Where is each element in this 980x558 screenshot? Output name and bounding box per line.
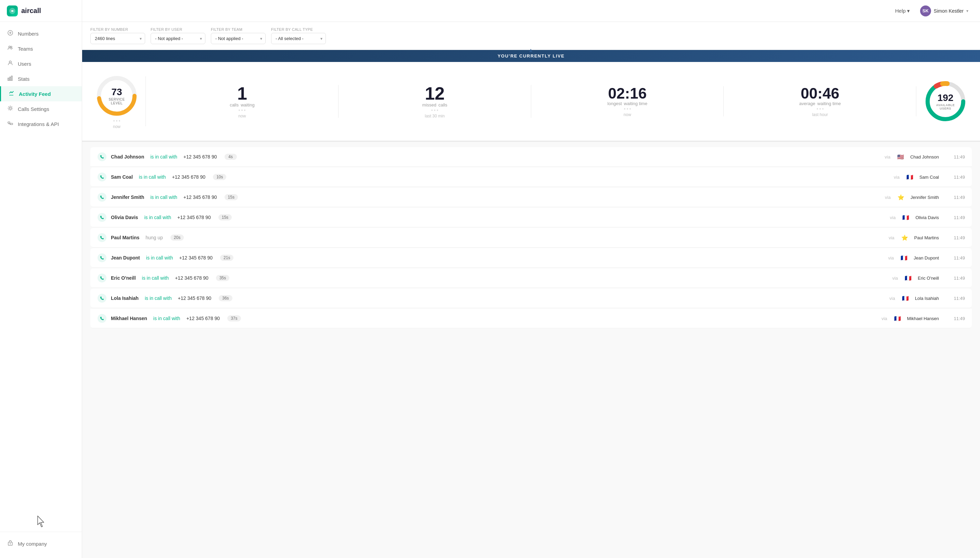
- service-level-center: 73 SERVICE LEVEL: [106, 87, 128, 105]
- missed-calls-dots: [431, 110, 438, 111]
- users-label: Users: [18, 61, 31, 67]
- filter-user-label: Filter by user: [151, 27, 205, 31]
- filter-number-label: Filter by number: [90, 27, 145, 31]
- activity-duration: 10s: [213, 174, 226, 180]
- stat-missed-calls: 12 missed calls last 30 min: [339, 81, 531, 122]
- agent-name: Jennifer Smith: [911, 195, 939, 200]
- live-banner-text: YOU'RE CURRENTLY LIVE: [498, 53, 565, 59]
- activity-duration: 37s: [227, 315, 241, 322]
- sidebar-nav: Numbers Teams Users Stats Activity Feed: [0, 22, 82, 511]
- stat-longest-wait: 02:16 longest waiting time now: [531, 82, 724, 120]
- stat-service-level: 73 SERVICE LEVEL now: [88, 70, 146, 133]
- activity-time: 11:49: [951, 175, 965, 180]
- missed-calls-time: last 30 min: [425, 114, 445, 118]
- activity-name: Chad Johnson: [111, 154, 144, 159]
- missed-calls-value: 12: [425, 85, 445, 102]
- activity-time: 11:49: [951, 296, 965, 301]
- filter-team-wrapper: - Not applied -: [211, 33, 265, 44]
- content-area: Filter by number 2460 lines Filter by us…: [82, 22, 980, 558]
- sidebar-item-users[interactable]: Users: [0, 56, 82, 71]
- flag-icon: 🇫🇷: [901, 255, 908, 261]
- user-name: Simon Kestler: [934, 8, 964, 14]
- missed-calls-label2: calls: [439, 102, 447, 107]
- activity-via: via: [885, 154, 891, 159]
- activity-row: Olivia Davis is in call with +12 345 678…: [90, 208, 972, 227]
- calls-settings-icon: [7, 105, 14, 112]
- activity-time: 11:49: [951, 235, 965, 240]
- flag-icon: 🇫🇷: [894, 315, 901, 322]
- longest-wait-label1: longest: [608, 101, 622, 106]
- activity-via: via: [889, 296, 895, 301]
- live-banner: YOU'RE CURRENTLY LIVE: [82, 50, 980, 62]
- call-icon: [97, 213, 107, 222]
- activity-row: Mikhael Hansen is in call with +12 345 6…: [90, 309, 972, 328]
- sidebar-item-teams[interactable]: Teams: [0, 41, 82, 56]
- activity-number: +12 345 678 90: [184, 194, 217, 200]
- user-menu[interactable]: SK Simon Kestler ▾: [917, 3, 972, 18]
- my-company-icon: [7, 540, 14, 547]
- activity-duration: 20s: [170, 235, 184, 241]
- filter-number: Filter by number 2460 lines: [90, 27, 145, 44]
- sidebar-item-my-company[interactable]: My company: [0, 536, 82, 551]
- stat-calls-waiting: 1 calls waiting now: [146, 81, 339, 122]
- agent-name: Jean Dupont: [914, 255, 939, 261]
- activity-via: via: [885, 195, 891, 200]
- agent-name: Chad Johnson: [910, 154, 939, 159]
- flag-icon: ⭐: [901, 235, 908, 241]
- activity-number: +12 345 678 90: [179, 255, 213, 261]
- activity-number: +12 345 678 90: [184, 154, 217, 159]
- service-level-value: 73: [106, 87, 128, 98]
- user-chevron-icon: ▾: [966, 8, 969, 13]
- avg-wait-label1: average: [799, 101, 815, 106]
- filter-user-select[interactable]: - Not applied -: [151, 33, 205, 44]
- activity-status: is in call with: [139, 174, 166, 180]
- topbar: Help ▾ SK Simon Kestler ▾: [82, 0, 980, 22]
- agent-name: Sam Coal: [919, 175, 939, 180]
- flag-icon: ⭐: [898, 194, 905, 200]
- logo-icon: [7, 5, 18, 16]
- activity-name: Eric O'neill: [111, 275, 136, 281]
- filter-user: Filter by user - Not applied -: [151, 27, 205, 44]
- activity-via: via: [888, 255, 894, 261]
- activity-number: +12 345 678 90: [177, 215, 211, 220]
- sidebar-item-stats[interactable]: Stats: [0, 71, 82, 86]
- sidebar-item-activity-feed[interactable]: Activity Feed: [0, 86, 82, 101]
- calls-waiting-time: now: [238, 114, 246, 118]
- svg-point-4: [9, 61, 11, 63]
- sidebar-item-integrations[interactable]: Integrations & API: [0, 117, 82, 131]
- sidebar-item-numbers[interactable]: Numbers: [0, 26, 82, 41]
- filter-calltype-label: Filter by call type: [271, 27, 326, 31]
- activity-row: Lola Isahiah is in call with +12 345 678…: [90, 289, 972, 308]
- sidebar-item-calls-settings[interactable]: Calls Settings: [0, 101, 82, 117]
- activity-via: via: [888, 235, 895, 240]
- sidebar-bottom: My company: [0, 532, 82, 558]
- activity-time: 11:49: [951, 255, 965, 261]
- filter-number-select[interactable]: 2460 lines: [90, 33, 145, 44]
- call-icon: [97, 192, 107, 202]
- filter-team-label: Filter by team: [211, 27, 265, 31]
- activity-duration: 35s: [216, 275, 229, 281]
- my-company-label: My company: [18, 541, 47, 547]
- filter-calltype-select[interactable]: - All selected -: [271, 33, 326, 44]
- activity-name: Jean Dupont: [111, 255, 140, 261]
- teams-icon: [7, 45, 14, 52]
- help-button[interactable]: Help ▾: [895, 8, 910, 14]
- svg-rect-6: [10, 77, 11, 80]
- calls-waiting-dots: [239, 110, 246, 111]
- svg-point-27: [98, 314, 107, 323]
- svg-point-22: [98, 213, 107, 222]
- activity-feed-label: Activity Feed: [19, 91, 51, 97]
- filter-team-select[interactable]: - Not applied -: [211, 33, 265, 44]
- stats-row: 73 SERVICE LEVEL now 1 calls waiting: [82, 62, 980, 142]
- calls-waiting-label2: waiting: [241, 102, 254, 107]
- available-users-chart: 192 AVAILABLE USERS: [923, 79, 968, 123]
- longest-wait-value: 02:16: [608, 86, 647, 101]
- activity-row: Sam Coal is in call with +12 345 678 90 …: [90, 167, 972, 187]
- activity-time: 11:49: [951, 215, 965, 220]
- activity-number: +12 345 678 90: [175, 275, 208, 281]
- longest-wait-label2: waiting time: [624, 101, 647, 106]
- filter-team: Filter by team - Not applied -: [211, 27, 265, 44]
- call-icon: [97, 152, 107, 162]
- integrations-label: Integrations & API: [18, 121, 59, 127]
- activity-status: is in call with: [144, 215, 171, 220]
